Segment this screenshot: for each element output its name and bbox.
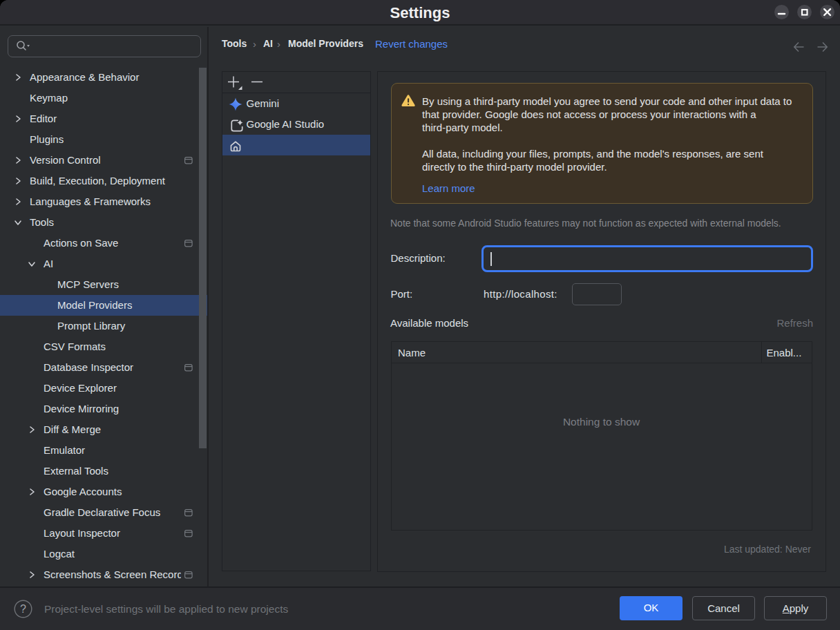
svg-text:?: ?	[20, 603, 26, 615]
